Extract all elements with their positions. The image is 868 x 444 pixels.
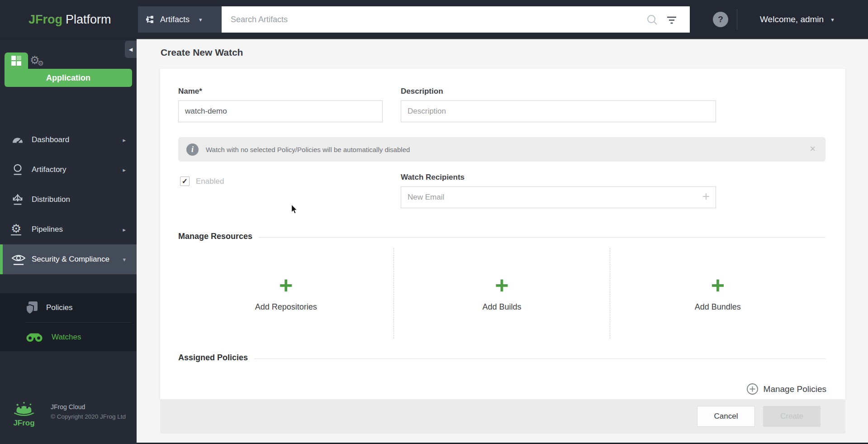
user-menu[interactable]: Welcome, admin ▾ <box>760 0 834 39</box>
assigned-policies-section-header: Assigned Policies <box>178 353 825 363</box>
add-builds-label: Add Builds <box>482 302 521 312</box>
check-icon: ✓ <box>182 177 188 186</box>
application-banner[interactable]: Application <box>5 69 132 87</box>
sidebar-item-label: Security & Compliance <box>32 255 109 264</box>
form-footer: Cancel Create <box>160 399 845 434</box>
watches-goggles-icon <box>25 332 43 343</box>
jfrog-platform-screen: JFrog Platform Artifacts ▾ <box>0 0 868 444</box>
enabled-row: ✓ Enabled <box>180 177 224 186</box>
sidebar-item-label: Artifactory <box>32 165 66 174</box>
application-banner-label: Application <box>46 73 90 83</box>
gear-small-icon: ⚙ <box>38 59 44 67</box>
search-bar <box>222 6 690 33</box>
context-switcher-artifacts[interactable]: Artifacts ▾ <box>138 6 222 33</box>
description-label: Description <box>401 87 443 96</box>
create-button[interactable]: Create <box>763 406 821 427</box>
help-icon[interactable]: ? <box>713 12 728 27</box>
name-input[interactable] <box>178 100 383 122</box>
manage-resources-title: Manage Resources <box>178 232 252 241</box>
help-glyph: ? <box>718 14 723 24</box>
sidebar-item-dashboard[interactable]: Dashboard ▸ <box>0 125 137 155</box>
artifactory-icon <box>11 163 32 176</box>
manage-policies-label: Manage Policies <box>764 384 826 394</box>
info-banner-message: Watch with no selected Policy/Policies w… <box>206 146 410 153</box>
search-icon[interactable] <box>646 14 658 26</box>
context-switcher-label: Artifacts <box>160 15 190 24</box>
add-bundles-label: Add Bundles <box>695 302 741 312</box>
copyright-text: © Copyright 2020 JFrog Ltd <box>51 413 126 420</box>
logo-text-jfrog: JFrog <box>28 13 62 27</box>
sidebar-collapse-button[interactable]: ◀ <box>125 41 137 58</box>
search-input[interactable] <box>222 6 690 33</box>
chevron-down-icon: ▾ <box>199 16 202 23</box>
cancel-button[interactable]: Cancel <box>697 406 755 427</box>
plus-icon: + <box>279 275 293 295</box>
resource-columns: + Add Repositories + Add Builds + Add Bu… <box>178 248 825 339</box>
info-icon: i <box>186 143 199 156</box>
manage-policies-link[interactable]: Manage Policies <box>746 383 826 395</box>
product-name: JFrog Cloud <box>51 403 85 411</box>
plus-circle-icon <box>746 383 759 395</box>
sidebar-item-watches[interactable]: Watches <box>0 323 137 352</box>
sidebar-item-label: Dashboard <box>32 135 69 144</box>
add-bundles-button[interactable]: + Add Bundles <box>610 248 825 339</box>
add-email-icon[interactable]: + <box>702 189 710 204</box>
chevron-down-icon: ▾ <box>123 256 126 263</box>
jfrog-platform-logo[interactable]: JFrog Platform <box>28 0 111 39</box>
main-content: ◀ Create New Watch Name* Description i W… <box>137 39 868 444</box>
topbar-divider <box>737 9 737 30</box>
tree-icon <box>145 14 154 24</box>
chevron-right-icon: ▸ <box>123 137 126 143</box>
enabled-checkbox[interactable]: ✓ <box>180 177 190 186</box>
assigned-policies-title: Assigned Policies <box>178 353 248 363</box>
eye-icon <box>11 253 32 266</box>
application-grid-tab[interactable] <box>5 53 28 69</box>
distribution-icon <box>11 193 32 206</box>
add-builds-button[interactable]: + Add Builds <box>394 248 609 339</box>
watch-form-card: Name* Description i Watch with no select… <box>160 69 845 399</box>
top-bar: JFrog Platform Artifacts ▾ <box>0 0 868 39</box>
sidebar-item-label: Watches <box>52 333 81 342</box>
enabled-label: Enabled <box>196 177 224 186</box>
close-icon[interactable]: × <box>810 143 816 155</box>
sidebar-item-pipelines[interactable]: ⚙ Pipelines ▸ <box>0 215 137 244</box>
name-label: Name* <box>178 87 202 96</box>
chevron-right-icon: ▸ <box>123 167 126 173</box>
policies-shield-icon <box>25 301 38 315</box>
add-repositories-label: Add Repositories <box>255 302 317 312</box>
sidebar-item-policies[interactable]: Policies <box>0 293 137 322</box>
chevron-right-icon: ▸ <box>123 226 126 233</box>
watch-recipients-field: + <box>401 186 716 208</box>
description-input[interactable] <box>401 100 716 122</box>
sidebar: ⚙⚙ Application Dashboard ▸ <box>0 39 137 444</box>
plus-icon: + <box>495 275 508 295</box>
pipelines-icon: ⚙ <box>11 224 32 235</box>
section-divider-line <box>254 358 825 359</box>
add-repositories-button[interactable]: + Add Repositories <box>178 248 394 339</box>
grid-icon <box>11 56 21 66</box>
plus-icon: + <box>711 275 725 295</box>
collapse-left-icon: ◀ <box>129 47 133 53</box>
frog-logo-text: JFrog <box>12 419 36 428</box>
sidebar-item-security-compliance[interactable]: Security & Compliance ▾ <box>0 244 137 274</box>
filter-icon[interactable] <box>666 16 677 25</box>
dashboard-gauge-icon <box>11 134 32 145</box>
sidebar-item-label: Policies <box>46 303 73 312</box>
sidebar-item-label: Pipelines <box>32 225 63 234</box>
watch-recipients-label: Watch Recipients <box>401 173 465 182</box>
sidebar-item-distribution[interactable]: Distribution <box>0 185 137 215</box>
sidebar-item-artifactory[interactable]: Artifactory ▸ <box>0 155 137 185</box>
page-title: Create New Watch <box>161 47 243 58</box>
jfrog-frog-logo: JFrog <box>12 401 36 428</box>
section-divider-line <box>259 237 825 238</box>
settings-gears-icon[interactable]: ⚙⚙ <box>30 54 46 67</box>
new-email-input[interactable] <box>401 186 716 208</box>
chevron-down-icon: ▾ <box>831 16 834 23</box>
logo-text-platform: Platform <box>66 13 111 27</box>
user-menu-label: Welcome, admin <box>760 14 824 24</box>
info-banner: i Watch with no selected Policy/Policies… <box>178 137 825 162</box>
security-submenu: Policies Watches <box>0 293 137 351</box>
manage-resources-section-header: Manage Resources <box>178 232 825 241</box>
sidebar-item-label: Distribution <box>32 195 70 204</box>
